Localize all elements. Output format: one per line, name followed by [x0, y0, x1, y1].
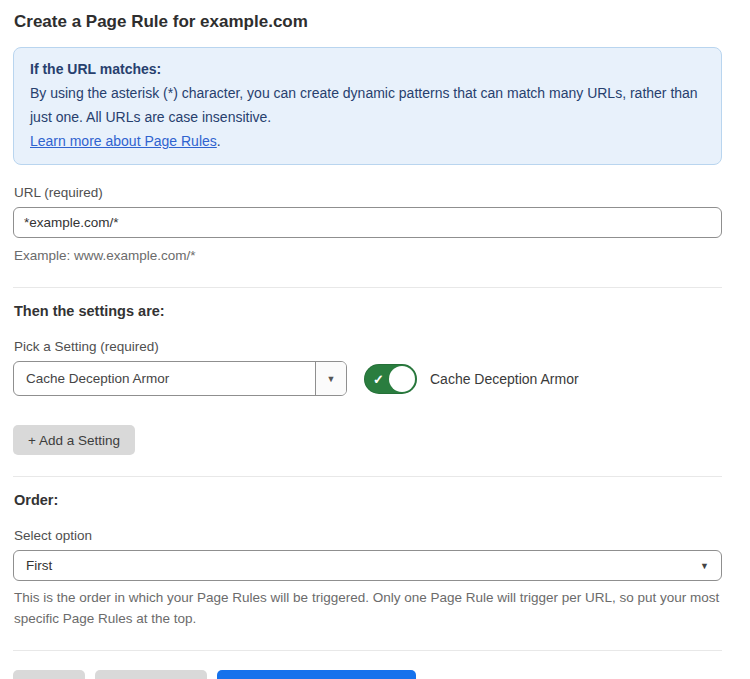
chevron-down-icon: ▼	[700, 561, 709, 571]
setting-toggle[interactable]: ✓	[364, 364, 417, 394]
learn-more-link[interactable]: Learn more about Page Rules	[30, 133, 217, 149]
url-label: URL (required)	[14, 185, 722, 200]
order-select-value: First	[26, 558, 52, 573]
check-icon: ✓	[373, 372, 384, 385]
create-page-rule-panel: Create a Page Rule for example.com If th…	[0, 0, 750, 679]
footer-actions: Cancel Save as Draft Save and Deploy Pag…	[13, 670, 722, 679]
toggle-knob	[389, 366, 415, 392]
link-suffix: .	[217, 133, 221, 149]
save-draft-button[interactable]: Save as Draft	[95, 670, 207, 679]
order-select[interactable]: First ▼	[13, 550, 722, 581]
page-title: Create a Page Rule for example.com	[14, 12, 722, 32]
info-box-heading: If the URL matches:	[30, 57, 705, 81]
order-select-label: Select option	[14, 528, 722, 543]
setting-row: Cache Deception Armor ▼ ✓ Cache Deceptio…	[13, 361, 722, 396]
order-helper-text: This is the order in which your Page Rul…	[14, 587, 722, 629]
divider	[13, 476, 722, 477]
url-example-helper: Example: www.example.com/*	[14, 245, 722, 266]
url-match-info-box: If the URL matches: By using the asteris…	[13, 47, 722, 165]
setting-select[interactable]: Cache Deception Armor ▼	[13, 361, 347, 396]
add-setting-button[interactable]: + Add a Setting	[13, 425, 135, 455]
setting-select-value: Cache Deception Armor	[14, 362, 315, 395]
setting-toggle-label: Cache Deception Armor	[430, 371, 579, 387]
divider	[13, 650, 722, 651]
order-heading: Order:	[14, 492, 722, 508]
info-box-body: By using the asterisk (*) character, you…	[30, 81, 705, 129]
settings-heading: Then the settings are:	[14, 303, 722, 319]
url-input[interactable]	[13, 207, 722, 238]
chevron-down-icon[interactable]: ▼	[315, 362, 346, 395]
save-deploy-button[interactable]: Save and Deploy Page Rule	[217, 670, 417, 679]
pick-setting-label: Pick a Setting (required)	[14, 339, 722, 354]
divider	[13, 287, 722, 288]
cancel-button[interactable]: Cancel	[13, 670, 85, 679]
info-box-link-line: Learn more about Page Rules.	[30, 129, 705, 153]
